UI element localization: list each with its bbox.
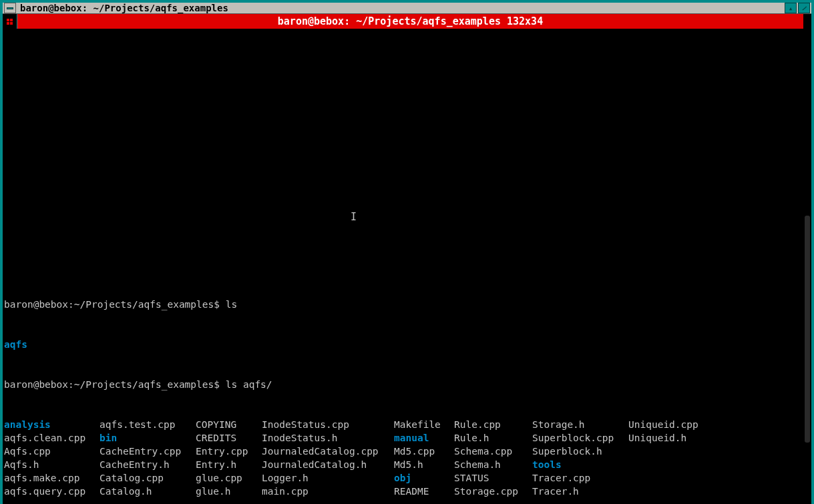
- file-entry: [628, 458, 729, 471]
- list-row: aqfs.make.cppCatalog.cppglue.cppLogger.h…: [4, 471, 802, 485]
- text-cursor-icon: I: [351, 210, 357, 224]
- file-entry: Md5.cpp: [394, 445, 454, 458]
- file-entry: Aqfs.h: [4, 458, 99, 471]
- window-controls: ▴ ⟋: [785, 3, 810, 13]
- dir-entry: bin: [99, 431, 196, 445]
- list-row: Aqfs.hCacheEntry.hEntry.hJournaledCatalo…: [4, 458, 802, 471]
- ls-listing: analysisaqfs.test.cppCOPYINGInodeStatus.…: [4, 418, 802, 498]
- file-entry: Catalog.h: [99, 485, 196, 498]
- file-entry: Uniqueid.cpp: [628, 418, 729, 431]
- window-title: baron@bebox: ~/Projects/aqfs_examples: [19, 3, 782, 13]
- dir-entry: analysis: [4, 418, 99, 431]
- file-entry: [628, 445, 729, 458]
- file-entry: Aqfs.cpp: [4, 445, 99, 458]
- file-entry: Makefile: [394, 418, 454, 431]
- file-entry: JournaledCatalog.cpp: [262, 445, 394, 458]
- file-entry: JournaledCatalog.h: [262, 458, 394, 471]
- close-button[interactable]: ⟋: [798, 3, 810, 13]
- dir-entry: aqfs: [4, 339, 27, 350]
- menubar-gutter: [803, 14, 811, 29]
- file-entry: CREDITS: [196, 431, 262, 445]
- app-menu-icon[interactable]: [3, 14, 17, 29]
- file-entry: Entry.cpp: [196, 445, 262, 458]
- file-entry: Superblock.cpp: [532, 431, 628, 445]
- file-entry: Rule.h: [454, 431, 532, 445]
- file-entry: [628, 471, 729, 485]
- file-entry: aqfs.test.cpp: [99, 418, 196, 431]
- system-menu-icon[interactable]: [4, 3, 16, 13]
- titlebar[interactable]: baron@bebox: ~/Projects/aqfs_examples ▴ …: [3, 3, 811, 14]
- dir-entry: manual: [394, 431, 454, 445]
- file-entry: Md5.h: [394, 458, 454, 471]
- file-entry: Logger.h: [262, 471, 394, 485]
- file-entry: aqfs.query.cpp: [4, 485, 99, 498]
- file-entry: COPYING: [196, 418, 262, 431]
- file-entry: Schema.cpp: [454, 445, 532, 458]
- file-entry: Tracer.h: [532, 485, 628, 498]
- menubar: baron@bebox: ~/Projects/aqfs_examples 13…: [3, 14, 811, 29]
- file-entry: CacheEntry.cpp: [99, 445, 196, 458]
- file-entry: main.cpp: [262, 485, 394, 498]
- terminal-window: baron@bebox: ~/Projects/aqfs_examples ▴ …: [0, 0, 814, 504]
- file-entry: glue.cpp: [196, 471, 262, 485]
- menubar-title: baron@bebox: ~/Projects/aqfs_examples 13…: [17, 14, 803, 29]
- scrollbar-thumb[interactable]: [805, 216, 810, 443]
- file-entry: Catalog.cpp: [99, 471, 196, 485]
- file-entry: STATUS: [454, 471, 532, 485]
- terminal-content[interactable]: baron@bebox:~/Projects/aqfs_examples$ ls…: [3, 29, 803, 504]
- file-entry: Uniqueid.h: [628, 431, 729, 445]
- file-entry: Rule.cpp: [454, 418, 532, 431]
- file-entry: glue.h: [196, 485, 262, 498]
- file-entry: Superblock.h: [532, 445, 628, 458]
- prompt-line: baron@bebox:~/Projects/aqfs_examples$ ls…: [4, 378, 802, 391]
- file-entry: [628, 485, 729, 498]
- prompt-line: baron@bebox:~/Projects/aqfs_examples$ ls: [4, 298, 802, 311]
- dir-entry: tools: [532, 458, 628, 471]
- file-entry: Storage.h: [532, 418, 628, 431]
- list-row: analysisaqfs.test.cppCOPYINGInodeStatus.…: [4, 418, 802, 431]
- maximize-button[interactable]: ▴: [785, 3, 797, 13]
- file-entry: Storage.cpp: [454, 485, 532, 498]
- file-entry: aqfs.clean.cpp: [4, 431, 99, 445]
- file-entry: Schema.h: [454, 458, 532, 471]
- scrollbar[interactable]: [803, 29, 811, 504]
- file-entry: aqfs.make.cpp: [4, 471, 99, 485]
- file-entry: Entry.h: [196, 458, 262, 471]
- list-row: aqfs.query.cppCatalog.hglue.hmain.cppREA…: [4, 485, 802, 498]
- file-entry: InodeStatus.cpp: [262, 418, 394, 431]
- file-entry: InodeStatus.h: [262, 431, 394, 445]
- list-row: aqfs.clean.cppbinCREDITSInodeStatus.hman…: [4, 431, 802, 445]
- file-entry: CacheEntry.h: [99, 458, 196, 471]
- file-entry: README: [394, 485, 454, 498]
- list-row: Aqfs.cppCacheEntry.cppEntry.cppJournaled…: [4, 445, 802, 458]
- dir-entry: obj: [394, 471, 454, 485]
- file-entry: Tracer.cpp: [532, 471, 628, 485]
